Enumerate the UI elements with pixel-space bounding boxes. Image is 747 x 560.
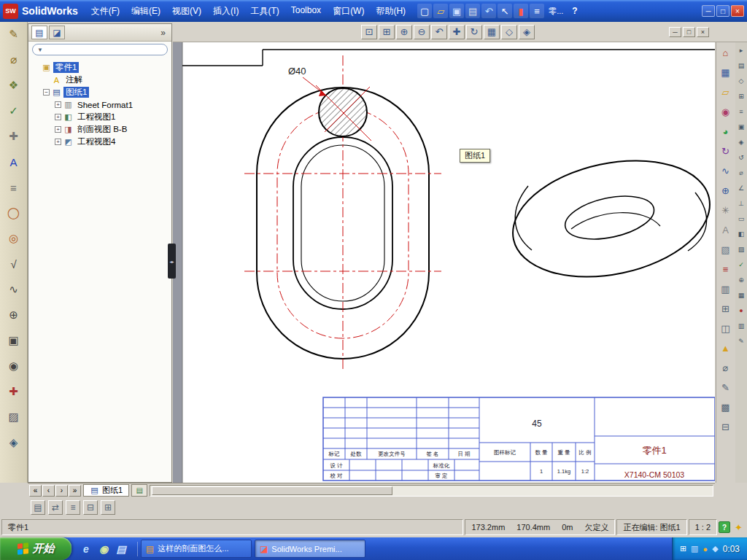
expand-expander[interactable]: + xyxy=(55,101,61,108)
messenger-icon[interactable]: ◉ xyxy=(96,542,111,556)
drawing-sheet-svg[interactable]: Ø40 xyxy=(173,42,715,483)
menu-item[interactable]: 文件(F) xyxy=(85,3,125,20)
menu-item[interactable]: 窗口(W) xyxy=(327,3,370,20)
grid-small-icon[interactable]: ▦ xyxy=(737,290,746,300)
menu-item[interactable]: 工具(T) xyxy=(244,3,285,20)
zoom-fit-icon[interactable]: ⊡ xyxy=(361,25,377,39)
diameter-small-icon[interactable]: ⌀ xyxy=(737,168,746,177)
sketch-entity-icon[interactable]: ◇ xyxy=(737,76,746,85)
smart-dimension-icon[interactable]: ⌀ xyxy=(5,51,23,69)
hatch-small-icon[interactable]: ▨ xyxy=(737,244,746,254)
tree-item-drawing-view4[interactable]: + ◩ 工程视图4 xyxy=(30,136,170,148)
grid-icon[interactable]: ⊞ xyxy=(101,500,115,515)
doc-small-icon[interactable]: ▤ xyxy=(737,61,746,70)
task-button-solidworks[interactable]: ◪ SolidWorks Premi... xyxy=(255,540,365,558)
balloon-icon[interactable]: ◯ xyxy=(5,204,23,222)
swap-icon[interactable]: ⇄ xyxy=(48,500,63,515)
previous-view-icon[interactable]: ↶ xyxy=(431,25,447,39)
horizontal-scrollbar[interactable] xyxy=(150,485,713,497)
help-icon[interactable]: ? xyxy=(572,6,577,16)
tree-item-section-view-bb[interactable]: + ◨ 剖面视图 B-B xyxy=(30,123,170,136)
command-list-icon[interactable]: ≡ xyxy=(530,4,544,18)
drawing-canvas[interactable]: Ø40 xyxy=(173,42,715,483)
geometric-tolerance-icon[interactable]: ⊕ xyxy=(5,306,23,324)
grid-plus-icon[interactable]: ⊞ xyxy=(719,301,733,316)
rectangle-icon[interactable]: ▭ xyxy=(737,214,746,223)
menu-item[interactable]: Toolbox xyxy=(285,3,327,20)
layers-icon[interactable]: ▩ xyxy=(719,400,733,414)
scrollbar-thumb[interactable] xyxy=(152,486,392,495)
expand-expander[interactable]: + xyxy=(55,139,61,145)
doc-close-button[interactable]: × xyxy=(697,27,709,37)
sheet-tab-sheet1[interactable]: ▤ 图纸1 xyxy=(83,484,129,497)
pan-icon[interactable]: ✚ xyxy=(449,25,465,39)
filter-input[interactable] xyxy=(46,46,163,54)
doc-restore-button[interactable]: □ xyxy=(683,27,695,37)
tree-item-drawing-view1[interactable]: + ◧ 工程视图1 xyxy=(30,111,170,123)
table-icon[interactable]: ▥ xyxy=(719,281,733,296)
first-sheet-button[interactable]: « xyxy=(29,485,42,497)
panel-toggle-icon[interactable]: ▸ xyxy=(737,45,746,55)
add-grid-icon[interactable]: ⊞ xyxy=(737,91,746,101)
record-icon[interactable]: ● xyxy=(737,306,746,315)
undo-small-icon[interactable]: ↺ xyxy=(737,152,746,162)
zoom-area-icon[interactable]: ⊞ xyxy=(379,25,395,39)
doc-minimize-button[interactable]: ─ xyxy=(669,27,681,37)
list-small-icon[interactable]: ≡ xyxy=(737,106,746,116)
folder-icon[interactable]: ▱ xyxy=(719,85,733,99)
annotation-a-icon[interactable]: A xyxy=(719,222,733,237)
menu-item[interactable]: 编辑(E) xyxy=(125,3,166,20)
device-icon[interactable]: ▥ xyxy=(691,544,698,553)
propertymanager-tab[interactable]: ◪ xyxy=(49,26,65,39)
standard-views-icon[interactable]: ▦ xyxy=(484,25,500,39)
zoom-in-icon[interactable]: ⊕ xyxy=(396,25,412,39)
select-arrow-icon[interactable]: ↖ xyxy=(498,4,512,18)
tree-item-sheet-format1[interactable]: + ▥ Sheet Format1 xyxy=(30,98,170,111)
last-sheet-button[interactable]: » xyxy=(69,485,81,497)
edit-icon[interactable]: ✎ xyxy=(719,380,733,394)
wireframe-icon[interactable]: ◇ xyxy=(501,25,517,39)
auto-balloon-icon[interactable]: ◎ xyxy=(5,230,23,247)
internet-explorer-icon[interactable]: e xyxy=(79,542,93,556)
task-button-browser-question[interactable]: ▤ 这样的剖面图怎么... xyxy=(141,540,252,558)
minimize-button[interactable]: ─ xyxy=(702,5,715,17)
gem-icon[interactable]: ◈ xyxy=(737,137,746,147)
rebuild-icon[interactable]: ↻ xyxy=(719,144,733,158)
menu-item[interactable]: 视图(V) xyxy=(166,3,207,20)
collapse-expander[interactable]: − xyxy=(43,89,50,96)
restore-button[interactable]: □ xyxy=(716,5,729,17)
format-painter-icon[interactable]: ✚ xyxy=(5,128,23,145)
expand-expander[interactable]: + xyxy=(55,126,61,133)
rotate-view-icon[interactable]: ↻ xyxy=(466,25,482,39)
antivirus-icon[interactable]: ● xyxy=(703,545,708,553)
panel-splitter-handle[interactable]: ◂▸ xyxy=(168,244,176,279)
layer-icon[interactable]: ⊟ xyxy=(83,500,98,515)
note-icon[interactable]: A xyxy=(5,153,23,171)
menu-item[interactable]: 插入(I) xyxy=(207,3,244,20)
perpendicular-icon[interactable]: ⊥ xyxy=(737,198,746,208)
tree-item-sheet1[interactable]: − ▤ 图纸1 xyxy=(30,86,170,98)
angle-icon[interactable]: ∠ xyxy=(737,183,746,192)
quick-tip-icon[interactable]: ? xyxy=(719,521,730,533)
comment-icon[interactable]: ▤ xyxy=(31,500,45,515)
weld-symbol-icon[interactable]: ∿ xyxy=(5,281,23,298)
view-box-icon[interactable]: ◫ xyxy=(719,321,733,335)
next-sheet-button[interactable]: › xyxy=(55,485,68,497)
datum-feature-icon[interactable]: ▣ xyxy=(5,332,23,349)
plus-icon[interactable]: ⊕ xyxy=(737,275,746,284)
diameter-dimension-icon[interactable]: ⌀ xyxy=(719,360,733,375)
featuremanager-tab[interactable]: ▤ xyxy=(31,26,47,39)
appearance-sphere-icon[interactable]: ◕ xyxy=(719,124,733,139)
sheet-grid-icon[interactable]: ▦ xyxy=(719,65,733,79)
hole-callout-icon[interactable]: ◉ xyxy=(5,357,23,375)
undo-icon[interactable]: ↶ xyxy=(481,4,496,18)
save-icon[interactable]: ▣ xyxy=(449,4,464,18)
new-document-icon[interactable]: ▢ xyxy=(417,4,432,18)
toggle-red-icon[interactable]: ▮ xyxy=(514,4,528,18)
shaded-view-icon[interactable]: ◈ xyxy=(519,25,535,39)
language-icon[interactable]: ⊞ xyxy=(680,544,686,553)
zoom-out-icon[interactable]: ⊖ xyxy=(414,25,430,39)
menu-item[interactable]: 帮助(H) xyxy=(370,3,411,20)
spline-icon[interactable]: ∿ xyxy=(719,163,733,178)
note-list-icon[interactable]: ≡ xyxy=(719,262,733,276)
